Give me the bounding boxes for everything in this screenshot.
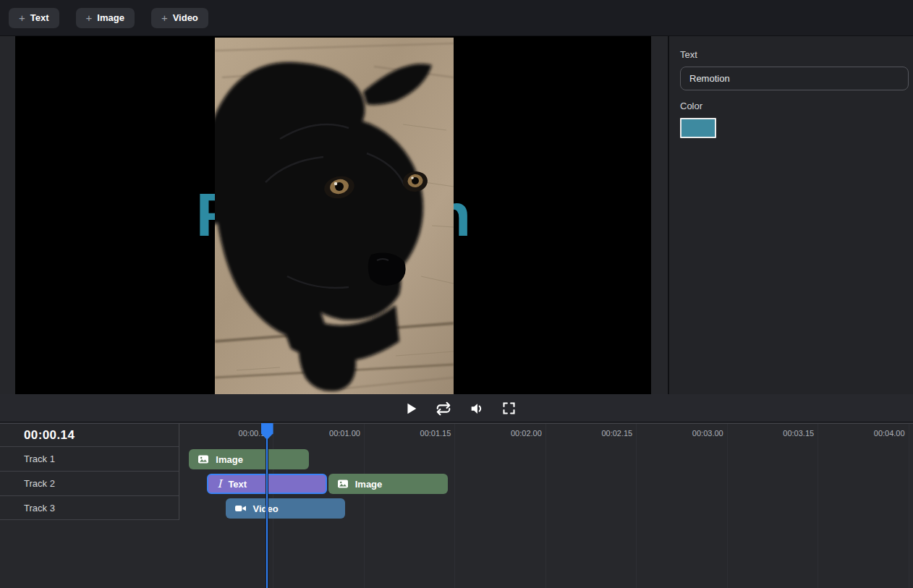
plus-icon: +: [161, 12, 168, 24]
video-icon: [234, 503, 247, 514]
text-input[interactable]: [680, 67, 909, 90]
dog-photo: [215, 38, 454, 394]
ruler-tick-label: 00:00.15: [182, 429, 269, 438]
ruler-tick-label: 00:03.00: [637, 429, 723, 438]
color-swatch[interactable]: [680, 118, 716, 138]
toolbar: + Text + Image + Video: [0, 0, 913, 36]
inspector-panel: Text Color: [669, 36, 913, 394]
gridline: [545, 424, 546, 588]
clip-label: Image: [355, 479, 383, 490]
plus-icon: +: [19, 12, 25, 24]
timeline-clip[interactable]: Image: [189, 449, 308, 469]
gridline: [454, 424, 455, 588]
ruler-tick-label: 00:02.15: [545, 429, 632, 438]
volume-icon[interactable]: [468, 400, 485, 417]
app-window: + Text + Image + Video Remotion: [0, 0, 913, 588]
timecode-display: 00:00.14: [0, 424, 179, 447]
track-header-column: 00:00.14 Track 1 Track 2 Track 3: [0, 424, 179, 520]
track-label: Track 3: [24, 503, 55, 514]
toolbar-button-label: Video: [173, 12, 198, 23]
ruler-tick-label: 00:01.15: [364, 429, 451, 438]
toolbar-button-label: Image: [97, 12, 124, 23]
ruler-tick-label: 00:04.00: [818, 429, 905, 438]
clip-label: Text: [228, 479, 247, 490]
ruler-tick-label: 00:03.15: [727, 429, 814, 438]
loop-icon[interactable]: [435, 400, 452, 417]
timeline-clip[interactable]: Video: [226, 498, 345, 519]
track-row-3[interactable]: Track 3: [0, 496, 179, 520]
gridline: [909, 424, 909, 588]
gridline: [818, 424, 818, 588]
text-field-label: Text: [680, 49, 902, 60]
timeline-clip[interactable]: Image: [328, 474, 448, 494]
clip-label: Image: [216, 454, 243, 465]
play-icon[interactable]: [402, 400, 420, 417]
image-icon: [337, 478, 349, 490]
track-row-2[interactable]: Track 2: [0, 472, 179, 496]
gridline: [364, 424, 365, 588]
gridline: [636, 424, 637, 588]
text-icon: I: [217, 477, 221, 490]
playhead-line[interactable]: [266, 424, 268, 588]
fullscreen-icon[interactable]: [501, 400, 518, 417]
transport-bar: [0, 394, 913, 422]
toolbar-button-label: Text: [30, 12, 49, 23]
add-video-button[interactable]: + Video: [151, 8, 208, 28]
plus-icon: +: [86, 12, 93, 24]
add-image-button[interactable]: + Image: [76, 8, 135, 28]
gridline: [727, 424, 728, 588]
image-icon: [198, 453, 209, 465]
video-preview[interactable]: Remotion: [15, 36, 651, 394]
track-label: Track 2: [24, 478, 55, 489]
color-field-label: Color: [680, 101, 902, 111]
ruler-tick-label: 00:02.00: [455, 429, 542, 438]
timeline[interactable]: 00:00.1500:01.0000:01.1500:02.0000:02.15…: [0, 423, 913, 588]
add-text-button[interactable]: + Text: [9, 8, 59, 28]
ruler-tick-label: 00:01.00: [273, 429, 360, 438]
track-label: Track 1: [24, 453, 55, 464]
track-row-1[interactable]: Track 1: [0, 447, 179, 472]
